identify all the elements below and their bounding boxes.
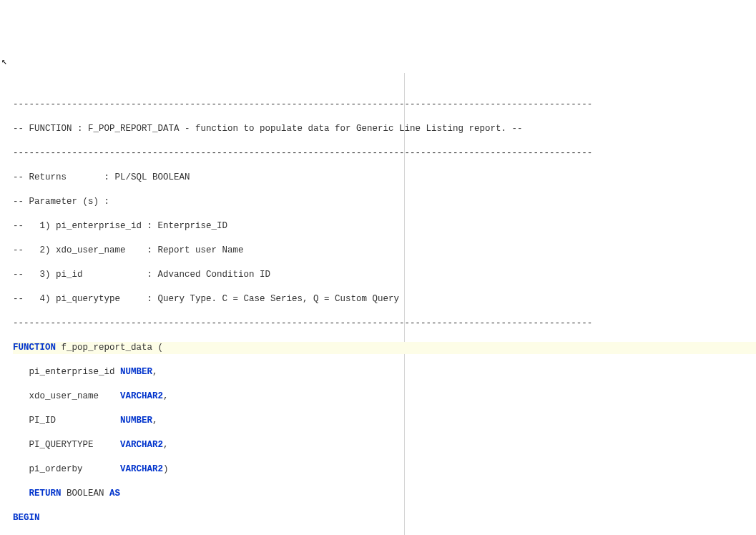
code-line[interactable]: PI_ID NUMBER, <box>13 415 756 427</box>
code-line[interactable]: -- Returns : PL/SQL BOOLEAN <box>13 172 756 184</box>
code-line[interactable]: -- FUNCTION : F_POP_REPORT_DATA - functi… <box>13 123 756 135</box>
code-line[interactable]: ----------------------------------------… <box>13 318 756 330</box>
punct: , <box>152 367 158 377</box>
comment: -- 2) xdo_user_name : Report user Name <box>13 245 244 255</box>
code-line[interactable]: -- Parameter (s) : <box>13 196 756 208</box>
code-line[interactable]: -- 4) pi_querytype : Query Type. C = Cas… <box>13 293 756 305</box>
code-line[interactable]: ----------------------------------------… <box>13 99 756 111</box>
code-line[interactable]: -- 3) pi_id : Advanced Condition ID <box>13 269 756 281</box>
comment: -- FUNCTION : F_POP_REPORT_DATA - functi… <box>13 124 523 134</box>
keyword: FUNCTION <box>13 343 56 353</box>
identifier: pi_orderby <box>13 464 120 474</box>
comment-dash: ----------------------------------------… <box>13 318 592 328</box>
comment: -- Parameter (s) : <box>13 197 109 207</box>
keyword: VARCHAR2 <box>120 391 163 401</box>
code-line[interactable]: -- 2) xdo_user_name : Report user Name <box>13 245 756 257</box>
code-line[interactable]: pi_enterprise_id NUMBER, <box>13 366 756 378</box>
identifier: BOOLEAN <box>62 489 110 499</box>
keyword: BEGIN <box>13 513 40 523</box>
comment: -- 4) pi_querytype : Query Type. C = Cas… <box>13 294 399 304</box>
code-line[interactable]: RETURN BOOLEAN AS <box>13 488 756 500</box>
comment: -- Returns : PL/SQL BOOLEAN <box>13 172 190 182</box>
keyword: RETURN <box>29 489 62 499</box>
identifier: PI_QUERYTYPE <box>13 440 120 450</box>
punct: , <box>163 391 169 401</box>
comment: -- 1) pi_enterprise_id : Enterprise_ID <box>13 221 227 231</box>
identifier: pi_enterprise_id <box>13 367 120 377</box>
keyword: NUMBER <box>120 367 152 377</box>
punct: , <box>163 440 169 450</box>
comment-dash: ----------------------------------------… <box>13 148 592 158</box>
comment: -- 3) pi_id : Advanced Condition ID <box>13 270 270 280</box>
keyword: NUMBER <box>120 416 152 426</box>
identifier: xdo_user_name <box>13 391 120 401</box>
keyword: VARCHAR2 <box>120 440 163 450</box>
keyword: AS <box>109 489 120 499</box>
punct: , <box>152 416 158 426</box>
identifier: f_pop_report_data ( <box>56 343 163 353</box>
code-line[interactable]: -- 1) pi_enterprise_id : Enterprise_ID <box>13 220 756 232</box>
code-line[interactable]: PI_QUERYTYPE VARCHAR2, <box>13 439 756 451</box>
code-line[interactable]: BEGIN <box>13 512 756 524</box>
identifier: PI_ID <box>13 416 120 426</box>
mouse-cursor-icon: ↖ <box>1 56 7 68</box>
code-line-highlighted[interactable]: FUNCTION f_pop_report_data ( <box>13 342 756 354</box>
code-editor[interactable]: ----------------------------------------… <box>0 73 756 535</box>
punct: ) <box>163 464 169 474</box>
code-line[interactable]: pi_orderby VARCHAR2) <box>13 463 756 476</box>
code-line[interactable]: xdo_user_name VARCHAR2, <box>13 391 756 403</box>
keyword: VARCHAR2 <box>120 464 163 474</box>
code-line[interactable]: ----------------------------------------… <box>13 147 756 159</box>
comment-dash: ----------------------------------------… <box>13 99 592 109</box>
